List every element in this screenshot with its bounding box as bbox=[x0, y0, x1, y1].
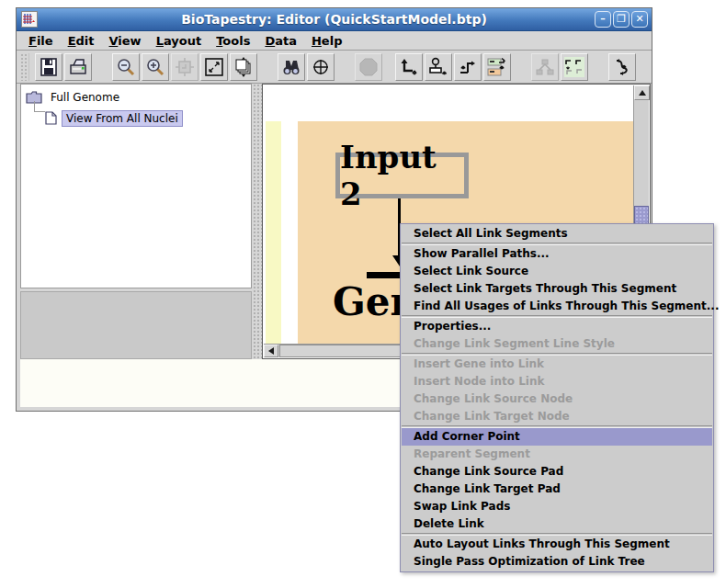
print-icon bbox=[68, 57, 88, 77]
scroll-up-button[interactable] bbox=[634, 85, 650, 100]
build-from-instructions-button bbox=[531, 53, 559, 81]
build-from-instructions-icon bbox=[535, 57, 555, 77]
menu-item-change-link-source-pad[interactable]: Change Link Source Pad bbox=[402, 463, 712, 481]
menu-item-change-link-target-pad[interactable]: Change Link Target Pad bbox=[402, 481, 712, 498]
menu-item-select-link-targets[interactable]: Select Link Targets Through This Segment bbox=[402, 280, 712, 298]
add-gene-icon bbox=[458, 57, 478, 77]
title-bar: BioTapestry: Editor (QuickStartModel.btp… bbox=[17, 8, 652, 31]
menu-help[interactable]: Help bbox=[304, 32, 349, 50]
tree-connector-line bbox=[34, 101, 45, 112]
menu-file[interactable]: File bbox=[21, 32, 61, 50]
window-title: BioTapestry: Editor (QuickStartModel.btp… bbox=[17, 12, 652, 27]
zoom-in-button[interactable] bbox=[142, 53, 169, 81]
toolbar bbox=[17, 51, 652, 84]
center-on-point-icon bbox=[311, 57, 331, 77]
add-network-module-icon bbox=[487, 57, 507, 77]
zoom-to-workspace-icon bbox=[233, 57, 254, 77]
menu-item-insert-node-into-link: Insert Node into Link bbox=[402, 373, 712, 390]
menu-item-insert-gene-into-link: Insert Gene into Link bbox=[402, 356, 712, 373]
menu-item-select-link-source[interactable]: Select Link Source bbox=[402, 263, 712, 280]
zoom-out-button[interactable] bbox=[112, 53, 140, 81]
zoom-to-all-models-icon bbox=[204, 57, 224, 77]
add-link-icon bbox=[399, 57, 419, 77]
add-node-icon bbox=[428, 57, 448, 77]
tree-item-label: Full Genome bbox=[47, 90, 123, 105]
search-button[interactable] bbox=[278, 53, 305, 81]
tree-lower-panel bbox=[20, 291, 252, 359]
save-button[interactable] bbox=[35, 53, 62, 81]
window-controls: – ❐ ✕ bbox=[595, 11, 648, 28]
reroute-link-icon bbox=[612, 57, 632, 77]
menu-item-delete-link[interactable]: Delete Link bbox=[402, 515, 712, 533]
zoom-to-all-models-button[interactable] bbox=[200, 53, 228, 81]
zoom-to-workspace-button[interactable] bbox=[230, 53, 257, 81]
menu-data[interactable]: Data bbox=[257, 32, 304, 50]
model-tree-panel: Full Genome View From All Nuclei bbox=[20, 84, 252, 288]
add-gene-button[interactable] bbox=[454, 53, 482, 81]
menu-item-find-all-usages[interactable]: Find All Usages of Links Through This Se… bbox=[402, 298, 712, 315]
tree-item-full-genome[interactable]: Full Genome bbox=[21, 88, 251, 106]
menu-item-swap-link-pads[interactable]: Swap Link Pads bbox=[402, 498, 712, 515]
zoom-out-icon bbox=[116, 57, 136, 77]
menu-item-single-pass-optimization[interactable]: Single Pass Optimization of Link Tree bbox=[402, 553, 712, 571]
reroute-link-button[interactable] bbox=[608, 53, 636, 81]
tree-item-view-from-all-nuclei[interactable]: View From All Nuclei bbox=[21, 109, 251, 127]
add-node-button[interactable] bbox=[425, 53, 452, 81]
menu-item-add-corner-point[interactable]: Add Corner Point bbox=[402, 428, 712, 446]
cancel-add-mode-button bbox=[355, 53, 382, 81]
close-button[interactable]: ✕ bbox=[631, 11, 648, 28]
menu-item-change-link-target-node: Change Link Target Node bbox=[402, 408, 712, 425]
left-arrow-icon bbox=[268, 347, 274, 355]
tree-item-label: View From All Nuclei bbox=[62, 110, 183, 127]
menu-item-select-all-link-segments[interactable]: Select All Link Segments bbox=[402, 225, 712, 243]
biotapestry-app-icon bbox=[21, 11, 38, 28]
zoom-to-current-model-button bbox=[171, 53, 199, 81]
menu-tools[interactable]: Tools bbox=[209, 32, 257, 50]
menu-item-change-line-style: Change Link Segment Line Style bbox=[402, 335, 712, 353]
menu-layout[interactable]: Layout bbox=[149, 32, 210, 50]
save-icon bbox=[39, 57, 59, 77]
print-button[interactable] bbox=[64, 53, 92, 81]
canvas-region-yellow bbox=[266, 121, 281, 347]
toolbar-drag-handle[interactable] bbox=[20, 53, 29, 81]
search-icon bbox=[281, 57, 301, 77]
add-overlay-button[interactable] bbox=[561, 53, 588, 81]
input2-node-label: Input 2 bbox=[340, 139, 464, 212]
menu-edit[interactable]: Edit bbox=[61, 32, 102, 50]
add-link-button[interactable] bbox=[395, 53, 423, 81]
maximize-button[interactable]: ❐ bbox=[613, 11, 630, 28]
zoom-to-current-model-icon bbox=[175, 57, 195, 77]
zoom-in-icon bbox=[145, 57, 165, 77]
desktop: BioTapestry: Editor (QuickStartModel.btp… bbox=[0, 0, 726, 588]
document-icon bbox=[45, 111, 57, 125]
center-on-point-button[interactable] bbox=[307, 53, 335, 81]
menu-bar: File Edit View Layout Tools Data Help bbox=[17, 31, 652, 51]
menu-view[interactable]: View bbox=[102, 32, 149, 50]
menu-item-auto-layout-links[interactable]: Auto Layout Links Through This Segment bbox=[402, 536, 712, 553]
menu-item-change-link-source-node: Change Link Source Node bbox=[402, 390, 712, 408]
split-pane-divider[interactable] bbox=[253, 84, 262, 359]
vertical-scrollbar-thumb[interactable] bbox=[634, 206, 649, 225]
add-overlay-icon bbox=[564, 57, 584, 77]
menu-item-show-parallel-paths[interactable]: Show Parallel Paths... bbox=[402, 245, 712, 263]
link-segment-context-menu: Select All Link Segments Show Parallel P… bbox=[400, 223, 714, 572]
cancel-add-mode-icon bbox=[358, 57, 379, 77]
up-arrow-icon bbox=[639, 90, 646, 96]
minimize-button[interactable]: – bbox=[595, 11, 611, 28]
add-network-module-button[interactable] bbox=[483, 53, 511, 81]
input2-node[interactable]: Input 2 bbox=[335, 153, 469, 198]
menu-item-properties[interactable]: Properties... bbox=[402, 318, 712, 335]
scroll-left-button[interactable] bbox=[264, 345, 278, 357]
menu-item-reparent-segment: Reparent Segment bbox=[402, 446, 712, 463]
